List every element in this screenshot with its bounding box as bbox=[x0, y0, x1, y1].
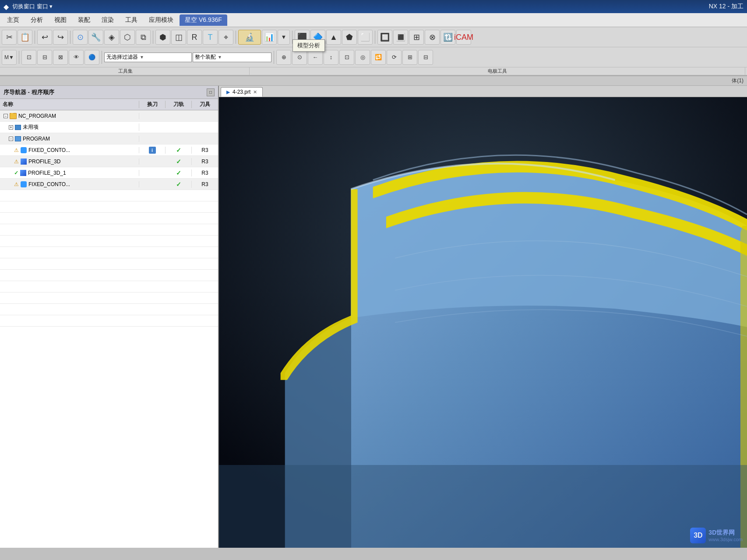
tb-btn-24[interactable]: 🔳 bbox=[393, 30, 408, 45]
tb2-btn-4[interactable]: ⊠ bbox=[53, 50, 68, 65]
tb-btn-26[interactable]: ⊗ bbox=[425, 30, 440, 45]
menu-item-render[interactable]: 渲染 bbox=[96, 14, 119, 26]
tb2-btn-6[interactable]: 🔵 bbox=[85, 50, 99, 65]
tb2-btn-5[interactable]: 👁 bbox=[69, 50, 84, 65]
tb-sep-4 bbox=[236, 31, 236, 44]
tb-btn-22[interactable]: ⬜ bbox=[358, 30, 373, 45]
menu-item-view[interactable]: 视图 bbox=[49, 14, 72, 26]
info-icon-fixed1: i bbox=[149, 147, 156, 154]
tb-btn-21[interactable]: ⬟ bbox=[342, 30, 357, 45]
tb-btn-28[interactable]: iCAM bbox=[456, 30, 471, 45]
tb-btn-13[interactable]: T bbox=[203, 30, 218, 45]
tb-btn-2[interactable]: 📋 bbox=[18, 30, 32, 45]
model-svg bbox=[219, 97, 747, 548]
tb-btn-1[interactable]: ✂ bbox=[2, 30, 17, 45]
tb2-btn-2[interactable]: ⊡ bbox=[21, 50, 36, 65]
tb2-btn-14[interactable]: ⟳ bbox=[387, 50, 402, 65]
empty-row-12 bbox=[0, 315, 218, 327]
tb-btn-6[interactable]: 🔧 bbox=[88, 30, 103, 45]
unused-label: 未用项 bbox=[23, 123, 39, 131]
tb-btn-9[interactable]: ⧉ bbox=[136, 30, 151, 45]
tb2-btn-10[interactable]: ↕ bbox=[324, 50, 338, 65]
tb2-btn-12[interactable]: ◎ bbox=[355, 50, 370, 65]
tb2-btn-11[interactable]: ⊡ bbox=[339, 50, 354, 65]
tree-area[interactable]: 名称 换刀 刀轨 刀具 − NC_PROGRAM + bbox=[0, 99, 218, 548]
check-fixed2: ✓ bbox=[176, 181, 181, 188]
tb-btn-11[interactable]: ◫ bbox=[171, 30, 186, 45]
warn-icon-profile3d: ⚠ bbox=[14, 158, 19, 165]
tree-row-fixed1[interactable]: ⚠ FIXED_CONTO... i ✓ R3 bbox=[0, 144, 218, 156]
tb2-btn-16[interactable]: ⊟ bbox=[418, 50, 433, 65]
tb-btn-4[interactable]: ↪ bbox=[53, 30, 68, 45]
check-profile3d1: ✓ bbox=[176, 169, 181, 176]
tb-btn-10[interactable]: ⬢ bbox=[155, 30, 170, 45]
menu-item-home[interactable]: 主页 bbox=[2, 14, 25, 26]
tb-btn-27[interactable]: 🔃 bbox=[440, 30, 455, 45]
menu-item-xingkong[interactable]: 星空 V6.936F bbox=[180, 14, 227, 26]
title-bar-left: ◆ 切换窗口 窗口 ▾ bbox=[4, 3, 53, 11]
filter-dropdown[interactable]: 无选择过滤器 ▼ bbox=[104, 53, 192, 62]
empty-row-4 bbox=[0, 224, 218, 236]
profile3d-jj: R3 bbox=[192, 158, 218, 165]
fixed1-label: FIXED_CONTO... bbox=[28, 147, 70, 153]
menu-item-tools[interactable]: 工具 bbox=[120, 14, 143, 26]
expand-nc-program[interactable]: − bbox=[4, 114, 8, 118]
filter-arrow: ▼ bbox=[140, 55, 144, 60]
window-controls[interactable]: 切换窗口 窗口 ▾ bbox=[12, 3, 53, 11]
expand-program[interactable]: − bbox=[9, 137, 13, 141]
op-icon-fixed2 bbox=[21, 181, 27, 187]
check-fixed1: ✓ bbox=[176, 147, 181, 154]
expand-unused[interactable]: + bbox=[9, 125, 13, 130]
tb2-btn-13[interactable]: 🔁 bbox=[371, 50, 386, 65]
tb2-btn-15[interactable]: ⊞ bbox=[402, 50, 417, 65]
tree-row-nc-program[interactable]: − NC_PROGRAM bbox=[0, 110, 218, 122]
panel-collapse-btn[interactable]: □ bbox=[207, 88, 215, 96]
empty-row-6 bbox=[0, 247, 218, 258]
profile-icon-3d bbox=[21, 158, 27, 165]
assembly-dropdown[interactable]: 整个装配 ▼ bbox=[193, 53, 271, 62]
tb-btn-25[interactable]: ⊞ bbox=[409, 30, 424, 45]
tree-row-profile3d[interactable]: ⚠ PROFILE_3D ✓ R3 bbox=[0, 156, 218, 167]
panel-title: 序导航器 - 程序顺序 bbox=[4, 88, 54, 96]
menu-bar: 主页 分析 视图 装配 渲染 工具 应用模块 星空 V6.936F bbox=[0, 13, 747, 27]
tb2-btn-1[interactable]: M▼ bbox=[2, 50, 17, 65]
empty-row-9 bbox=[0, 281, 218, 292]
nc-program-label: NC_PROGRAM bbox=[18, 113, 56, 119]
tree-row-program[interactable]: − PROGRAM bbox=[0, 133, 218, 144]
profile-icon-3d1 bbox=[20, 170, 26, 176]
tb2-btn-7[interactable]: ⊕ bbox=[276, 50, 291, 65]
right-panel: ▶ 4-23.prt ✕ bbox=[219, 86, 747, 548]
tb-btn-17[interactable]: ▼ bbox=[278, 30, 290, 45]
menu-item-modules[interactable]: 应用模块 bbox=[144, 14, 179, 26]
menu-item-analysis[interactable]: 分析 bbox=[25, 14, 48, 26]
tb-btn-14[interactable]: ⌖ bbox=[218, 30, 233, 45]
tree-row-fixed2[interactable]: ⚠ FIXED_CONTO... ✓ R3 bbox=[0, 179, 218, 190]
status-bar: 体(1) bbox=[0, 76, 747, 86]
filter-label: 无选择过滤器 bbox=[106, 53, 138, 61]
empty-row-1 bbox=[0, 190, 218, 201]
tb-btn-5[interactable]: ⊙ bbox=[73, 30, 88, 45]
tb-sep-6 bbox=[375, 31, 375, 44]
tb2-btn-8[interactable]: ⊙ bbox=[292, 50, 307, 65]
menu-item-assembly[interactable]: 装配 bbox=[73, 14, 95, 26]
viewport[interactable]: 3D 3D世界网 www.3dsjw.com bbox=[219, 97, 747, 548]
tooltip-text: 模型分析 bbox=[297, 42, 320, 49]
viewport-tab[interactable]: ▶ 4-23.prt ✕ bbox=[221, 87, 263, 97]
tb-btn-20[interactable]: ▲ bbox=[326, 30, 341, 45]
tb-btn-7[interactable]: ◈ bbox=[104, 30, 119, 45]
tb2-sep-3 bbox=[274, 51, 274, 64]
tb2-btn-3[interactable]: ⊟ bbox=[37, 50, 52, 65]
tb2-btn-9[interactable]: ← bbox=[308, 50, 323, 65]
tb-btn-3[interactable]: ↩ bbox=[37, 30, 52, 45]
check-profile3d: ✓ bbox=[176, 158, 181, 165]
tb-btn-16[interactable]: 📊 bbox=[262, 30, 277, 45]
empty-row-8 bbox=[0, 270, 218, 281]
tree-row-unused[interactable]: + 未用项 bbox=[0, 122, 218, 133]
tb-sep-2 bbox=[70, 31, 70, 44]
tb-btn-8[interactable]: ⬡ bbox=[120, 30, 135, 45]
tb-model-analysis-btn[interactable]: 🔬 bbox=[238, 30, 261, 45]
tab-close-btn[interactable]: ✕ bbox=[253, 89, 257, 95]
tb-btn-12[interactable]: R bbox=[187, 30, 202, 45]
tb-btn-23[interactable]: 🔲 bbox=[377, 30, 392, 45]
tree-row-profile3d1[interactable]: ✓ PROFILE_3D_1 ✓ R3 bbox=[0, 167, 218, 179]
